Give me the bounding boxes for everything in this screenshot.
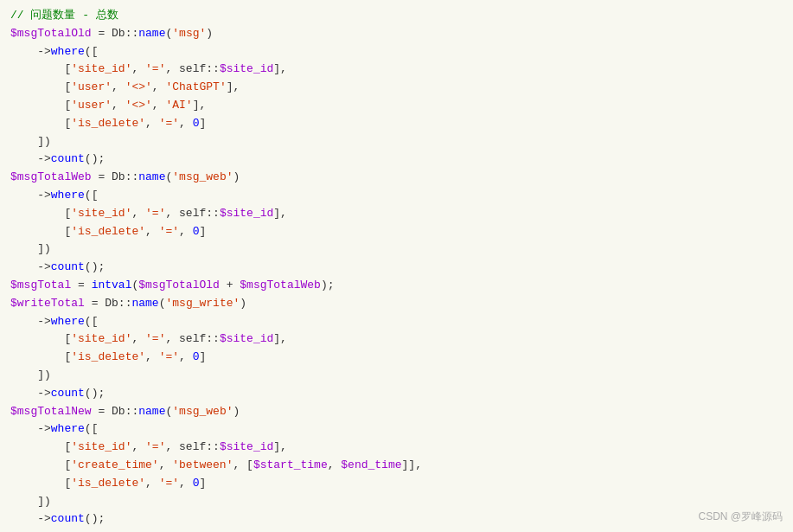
code-token: 'msg_web': [172, 169, 233, 187]
code-token: $start_time: [253, 457, 328, 475]
code-token: '=': [145, 205, 165, 223]
code-token: ::: [138, 529, 152, 532]
code-token: 'between': [172, 457, 233, 475]
code-token: Db: [112, 403, 125, 421]
code-token: self::: [179, 439, 220, 457]
code-token: 'AI': [165, 97, 192, 115]
code-token: );: [321, 277, 335, 295]
code-token: ): [240, 295, 246, 313]
code-token: ->: [10, 313, 51, 331]
code-token: where: [51, 43, 85, 61]
code-line: $msgTotal = intval($msgTotalOld + $msgTo…: [0, 277, 793, 295]
code-token: Db: [112, 25, 125, 43]
code-token: =: [92, 403, 112, 421]
code-line: $msgTotalOld = Db::name('msg'): [0, 25, 793, 43]
code-token: ],: [273, 439, 287, 457]
code-token: 'site_id': [71, 330, 131, 349]
code-token: ,: [145, 475, 159, 493]
code-line: $msgTotalWeb = Db::name('msg_web'): [0, 169, 793, 187]
code-token: ::: [125, 403, 139, 421]
code-token: '<>': [125, 97, 152, 115]
code-token: 'msg': [172, 25, 206, 43]
code-token: [: [10, 457, 71, 475]
code-token: ->: [10, 187, 51, 205]
code-token: 'user': [71, 79, 112, 97]
code-token: [: [10, 79, 71, 97]
code-token: count: [51, 510, 85, 529]
code-token: ]): [10, 493, 51, 511]
code-token: count: [51, 259, 85, 277]
code-token: $msgTotalNew: [10, 403, 92, 421]
code-token: ,: [145, 349, 159, 367]
code-token: 'is_delete': [71, 349, 145, 367]
code-line: ['is_delete', '=', 0]: [0, 115, 793, 133]
code-token: ]): [10, 133, 51, 151]
code-token: self::: [179, 205, 220, 223]
code-token: name: [152, 529, 179, 532]
code-token: '=': [159, 223, 179, 241]
code-token: '=': [145, 439, 165, 457]
code-token: ,: [152, 97, 166, 115]
code-token: ,: [131, 330, 145, 349]
code-token: [: [10, 61, 71, 79]
code-token: '=': [159, 349, 179, 367]
code-token: name: [131, 295, 158, 313]
code-line: ->count();: [0, 385, 793, 403]
code-token: ]: [199, 349, 206, 367]
code-token: ->: [10, 151, 51, 169]
code-line: ['site_id', '=', self::$site_id],: [0, 205, 793, 223]
code-token: 0: [193, 115, 200, 133]
code-token: (: [165, 25, 172, 43]
code-token: (: [179, 529, 186, 532]
code-token: ]: [199, 475, 206, 493]
code-token: ->: [10, 385, 51, 403]
code-token: 'site_id': [71, 61, 131, 79]
code-token: $site_id: [220, 330, 273, 349]
code-token: where: [51, 420, 85, 439]
watermark-text: CSDN @罗峰源码: [698, 509, 783, 525]
code-line: ['site_id', '=', self::$site_id],: [0, 439, 793, 457]
code-token: $writeTotal: [10, 295, 85, 313]
code-token: Db: [112, 169, 125, 187]
code-token: name: [138, 169, 165, 187]
code-token: ->: [10, 510, 51, 529]
code-token: [: [10, 115, 71, 133]
code-token: '=': [145, 330, 165, 349]
code-line: ]): [0, 367, 793, 385]
code-token: ,: [145, 223, 159, 241]
code-token: [: [10, 330, 71, 349]
code-token: ();: [85, 151, 105, 169]
code-line: ['is_delete', '=', 0]: [0, 223, 793, 241]
code-token: ,: [131, 61, 145, 79]
code-token: ,: [159, 457, 173, 475]
code-token: $msgTotal: [10, 277, 71, 295]
code-token: ();: [85, 385, 105, 403]
code-token: $msgTotalWeb: [240, 277, 321, 295]
code-token: 'create_time': [71, 457, 158, 475]
code-token: [: [10, 439, 71, 457]
code-line: ->count();: [0, 510, 793, 529]
code-line: ->where([: [0, 420, 793, 439]
code-token: 'site_id': [71, 439, 131, 457]
code-token: 0: [193, 475, 200, 493]
code-token: 'msg_write': [186, 529, 260, 532]
code-line: ['site_id', '=', self::$site_id],: [0, 330, 793, 349]
code-token: +: [220, 277, 240, 295]
code-token: ::: [125, 25, 139, 43]
code-editor: // 问题数量 - 总数$msgTotalOld = Db::name('msg…: [0, 0, 793, 532]
code-token: 'is_delete': [71, 223, 145, 241]
code-token: where: [51, 313, 85, 331]
code-token: ([: [85, 313, 99, 331]
code-line: $msgTotalNew = Db::name('msg_web'): [0, 403, 793, 421]
code-token: self::: [179, 330, 220, 349]
code-token: count: [51, 385, 85, 403]
code-token: self::: [179, 61, 220, 79]
code-token: 0: [193, 349, 200, 367]
code-token: 'msg_web': [172, 403, 233, 421]
code-token: intval: [92, 277, 132, 295]
code-token: count: [51, 151, 85, 169]
code-token: // 问题数量 - 总数: [10, 7, 118, 25]
code-line: ['is_delete', '=', 0]: [0, 349, 793, 367]
code-token: $end_time: [341, 457, 401, 475]
code-token: [: [10, 349, 71, 367]
